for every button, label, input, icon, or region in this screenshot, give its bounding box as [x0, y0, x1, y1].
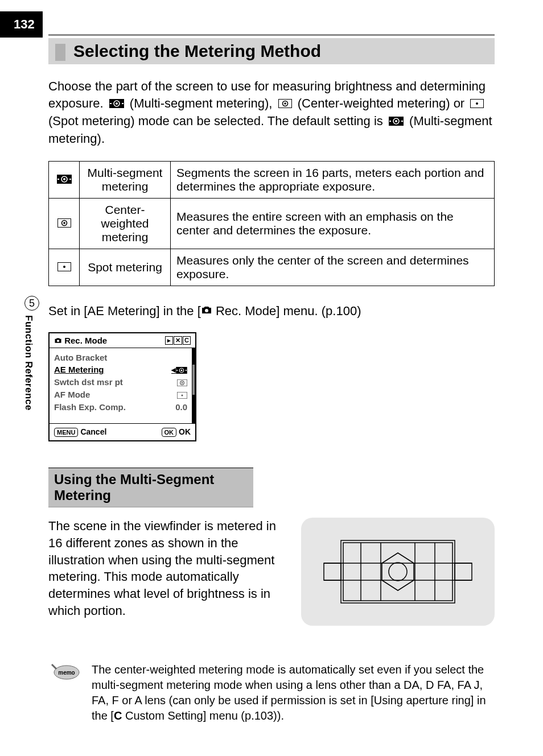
table-row: Center-weighted metering Measures the en… — [49, 198, 495, 249]
row-desc: Measures only the center of the screen a… — [171, 249, 495, 286]
multi-segment-icon — [109, 96, 124, 113]
memo-text: The center-weighted metering mode is aut… — [92, 662, 495, 724]
svg-marker-47 — [382, 553, 414, 590]
lcd-item-ae-metering: AE Metering ◂ — [54, 363, 187, 376]
svg-point-9 — [476, 102, 478, 105]
tab-tools-icon: ✕ — [174, 336, 182, 345]
row-name: Spot metering — [80, 249, 171, 286]
intro-text-2: (Multi-segment metering), — [130, 96, 276, 110]
ok-label: OK — [179, 427, 191, 436]
intro-paragraph: Choose the part of the screen to use for… — [48, 78, 495, 147]
lcd-tabs: ▸✕C — [165, 336, 191, 345]
svg-point-17 — [63, 178, 65, 180]
memo-c-label: C — [114, 709, 122, 722]
tab-play-icon: ▸ — [165, 336, 173, 345]
table-row: Multi-segment metering Segments the scre… — [49, 161, 495, 198]
row-desc: Measures the entire screen with an empha… — [171, 198, 495, 249]
metering-table: Multi-segment metering Segments the scre… — [48, 161, 495, 286]
svg-rect-41 — [324, 563, 341, 580]
lcd-screenshot: Rec. Mode ▸✕C Auto Bracket AE Metering ◂… — [48, 332, 196, 442]
row-name: Center-weighted metering — [80, 198, 171, 249]
tab-c-icon: C — [183, 336, 191, 345]
camera-icon — [201, 303, 212, 318]
row-name: Multi-segment metering — [80, 161, 171, 198]
svg-point-7 — [284, 102, 286, 105]
intro-text-4: (Spot metering) mode can be selected. Th… — [48, 114, 386, 128]
camera-icon-small — [54, 336, 62, 345]
ok-button-label: OK — [162, 428, 177, 437]
memo-text-2: Custom Setting] menu (p.103)). — [122, 709, 284, 722]
svg-rect-30 — [176, 370, 178, 371]
title-bar: Selecting the Metering Method — [48, 34, 495, 64]
row-icon-multi — [49, 161, 80, 198]
svg-point-25 — [205, 309, 208, 312]
page-number: 132 — [0, 11, 43, 38]
svg-point-34 — [182, 382, 183, 384]
lcd-value-multi-icon: ◂ — [171, 363, 187, 376]
svg-point-48 — [389, 563, 407, 581]
table-row: Spot metering Measures only the center o… — [49, 249, 495, 286]
row-desc: Segments the screen in 16 parts, meters … — [171, 161, 495, 198]
set-in-before: Set in [AE Metering] in the [ — [48, 304, 201, 318]
metering-zones-diagram — [301, 518, 495, 626]
section-heading: Using the Multi-Segment Metering — [48, 468, 253, 507]
memo-icon: memo — [48, 662, 80, 680]
svg-rect-3 — [110, 103, 112, 104]
set-in-menu: Rec. Mode] menu. (p.100) — [212, 304, 361, 318]
lcd-item-swtch: Swtch dst msr pt — [54, 376, 187, 389]
svg-point-2 — [116, 102, 118, 105]
page-title: Selecting the Metering Method — [48, 38, 495, 64]
center-weighted-icon — [278, 96, 292, 113]
svg-point-12 — [395, 120, 397, 122]
lcd-footer: MENUCancel OKOK — [50, 423, 195, 440]
lcd-item-flash-exp: Flash Exp. Comp. 0.0 — [54, 401, 187, 414]
svg-text:memo: memo — [58, 670, 75, 676]
svg-point-24 — [63, 266, 65, 268]
chapter-label: Function Reference — [23, 315, 34, 411]
lcd-body: Auto Bracket AE Metering ◂ Swtch dst msr… — [50, 348, 195, 424]
spot-metering-icon — [470, 96, 484, 113]
lcd-title: Rec. Mode — [64, 336, 107, 345]
multi-segment-icon-2 — [389, 113, 404, 130]
title-text: Selecting the Metering Method — [73, 42, 321, 60]
svg-rect-14 — [401, 121, 403, 122]
svg-point-22 — [63, 222, 65, 224]
svg-rect-18 — [57, 179, 59, 180]
row-icon-spot — [49, 249, 80, 286]
svg-point-29 — [181, 370, 183, 371]
lcd-flash-value: 0.0 — [175, 401, 187, 414]
lcd-item-af-mode: AF Mode — [54, 389, 187, 401]
svg-point-26 — [57, 340, 59, 342]
row-icon-center — [49, 198, 80, 249]
intro-text-3: (Center-weighted metering) or — [298, 96, 468, 110]
chapter-number: 5 — [24, 296, 39, 311]
cancel-label: Cancel — [80, 427, 106, 436]
svg-point-36 — [182, 394, 183, 396]
set-in-text: Set in [AE Metering] in the [ Rec. Mode]… — [48, 303, 495, 319]
menu-button-label: MENU — [54, 428, 78, 437]
lcd-item-auto-bracket: Auto Bracket — [54, 352, 187, 364]
svg-rect-4 — [122, 103, 124, 104]
svg-rect-13 — [389, 121, 391, 122]
svg-rect-38 — [343, 543, 452, 601]
svg-rect-31 — [186, 370, 187, 371]
lcd-value-spot-icon — [177, 389, 187, 401]
lcd-header: Rec. Mode ▸✕C — [50, 333, 195, 348]
svg-rect-37 — [341, 540, 455, 603]
svg-rect-19 — [69, 179, 71, 180]
memo-block: memo The center-weighted metering mode i… — [48, 662, 495, 724]
svg-rect-42 — [455, 563, 472, 580]
lcd-value-center-icon — [177, 376, 187, 389]
side-tab: 5 Function Reference — [23, 296, 41, 411]
section-text: The scene in the viewfinder is metered i… — [48, 518, 278, 626]
